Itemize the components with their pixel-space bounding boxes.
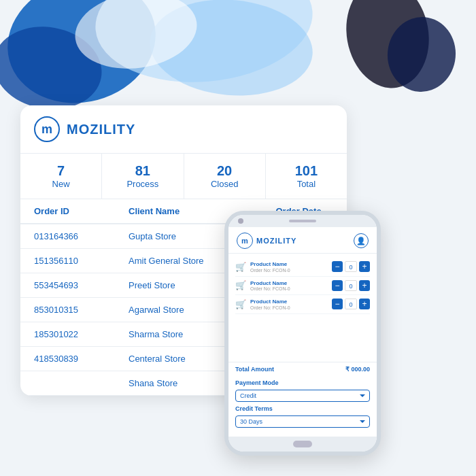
qty-plus-3[interactable]: + <box>359 299 370 309</box>
svg-point-0 <box>0 0 170 109</box>
phone-camera <box>238 218 243 224</box>
svg-point-4 <box>338 0 437 95</box>
qty-plus-1[interactable]: + <box>359 261 370 272</box>
phone-app-name: MOZILITY <box>256 237 296 245</box>
qty-val-3: 0 <box>345 299 357 309</box>
product-rows: 🛒 Product Name Order No: FCON-0 − 0 + 🛒 <box>228 254 377 362</box>
cell-order-id: 553454693 <box>20 273 115 298</box>
cart-icon-3: 🛒 <box>235 299 246 309</box>
stat-new[interactable]: 7 New <box>20 154 102 199</box>
qty-minus-3[interactable]: − <box>332 299 343 309</box>
credit-terms-select[interactable]: 30 Days 15 Days 7 Days 60 Days <box>235 415 370 428</box>
cell-shana-id <box>20 371 115 396</box>
total-value: ₹ 000.00 <box>345 366 370 373</box>
svg-point-3 <box>146 0 316 102</box>
svg-point-5 <box>384 14 458 95</box>
product-info-2: Product Name Order No: FCON-0 <box>250 280 332 292</box>
qty-val-1: 0 <box>345 261 357 272</box>
cart-icon-2: 🛒 <box>235 280 246 290</box>
product-row-3: 🛒 Product Name Order No: FCON-0 − 0 + <box>235 295 370 314</box>
product-order-2: Order No: FCON-0 <box>250 286 332 291</box>
product-row-2: 🛒 Product Name Order No: FCON-0 − 0 + <box>235 277 370 296</box>
stats-row: 7 New 81 Process 20 Closed 101 Total <box>20 154 347 199</box>
payment-section: Payment Mode Credit Cash Cheque UPI Cred… <box>228 376 377 437</box>
stat-total-num: 101 <box>271 163 341 179</box>
phone-shell: m MOZILITY 👤 🛒 Product Name Order No: FC… <box>224 211 381 456</box>
phone-notch <box>228 215 377 227</box>
stat-closed-num: 20 <box>190 163 260 179</box>
cart-icon-1: 🛒 <box>235 262 246 272</box>
stat-process[interactable]: 81 Process <box>102 154 184 199</box>
credit-terms-label: Credit Terms <box>235 405 370 412</box>
phone-user-icon[interactable]: 👤 <box>354 233 369 248</box>
qty-minus-2[interactable]: − <box>332 280 343 291</box>
cell-order-id: 013164366 <box>20 224 115 249</box>
stat-process-num: 81 <box>107 163 177 179</box>
logo-circle: m <box>34 116 60 142</box>
qty-control-2: − 0 + <box>332 280 370 291</box>
payment-mode-select[interactable]: Credit Cash Cheque UPI <box>235 390 370 402</box>
qty-plus-2[interactable]: + <box>359 280 370 291</box>
product-order-3: Order No: FCON-0 <box>250 305 332 310</box>
stat-total[interactable]: 101 Total <box>266 154 347 199</box>
phone-overlay: m MOZILITY 👤 🛒 Product Name Order No: FC… <box>224 211 381 456</box>
stat-total-label: Total <box>297 179 316 189</box>
phone-content: m MOZILITY 👤 🛒 Product Name Order No: FC… <box>228 227 377 437</box>
col-order-id: Order ID <box>20 199 115 224</box>
stat-closed-label: Closed <box>211 179 238 189</box>
stat-closed[interactable]: 20 Closed <box>184 154 266 199</box>
phone-logo-row: m MOZILITY <box>237 233 296 249</box>
total-row: Total Amount ₹ 000.00 <box>228 362 377 376</box>
qty-val-2: 0 <box>345 280 357 291</box>
app-name: MOZILITY <box>67 122 135 137</box>
stat-process-label: Process <box>126 179 158 189</box>
svg-point-6 <box>70 0 202 76</box>
qty-control-3: − 0 + <box>332 299 370 309</box>
svg-point-2 <box>90 0 318 91</box>
phone-home-button[interactable] <box>293 441 312 447</box>
bg-decoration <box>0 0 476 109</box>
phone-header: m MOZILITY 👤 <box>228 227 377 254</box>
logo-bar: m MOZILITY <box>20 105 347 154</box>
cell-order-id: 151356110 <box>20 249 115 273</box>
product-name-3: Product Name <box>250 299 332 305</box>
product-order-1: Order No: FCON-0 <box>250 268 332 273</box>
qty-control-1: − 0 + <box>332 261 370 272</box>
product-name-2: Product Name <box>250 280 332 287</box>
product-info-3: Product Name Order No: FCON-0 <box>250 299 332 310</box>
total-label: Total Amount <box>235 366 274 373</box>
stat-new-label: New <box>52 179 70 189</box>
phone-speaker <box>289 220 316 222</box>
product-name-1: Product Name <box>250 261 332 268</box>
svg-point-1 <box>0 18 108 109</box>
qty-minus-1[interactable]: − <box>332 261 343 272</box>
cell-order-id: 418530839 <box>20 347 115 371</box>
payment-mode-label: Payment Mode <box>235 379 370 386</box>
cell-order-id: 185301022 <box>20 322 115 347</box>
product-info-1: Product Name Order No: FCON-0 <box>250 261 332 273</box>
phone-logo-circle: m <box>237 233 253 249</box>
product-row-1: 🛒 Product Name Order No: FCON-0 − 0 + <box>235 258 370 277</box>
stat-new-num: 7 <box>26 163 96 179</box>
phone-bottom-bar <box>228 437 377 452</box>
cell-order-id: 853010315 <box>20 298 115 322</box>
